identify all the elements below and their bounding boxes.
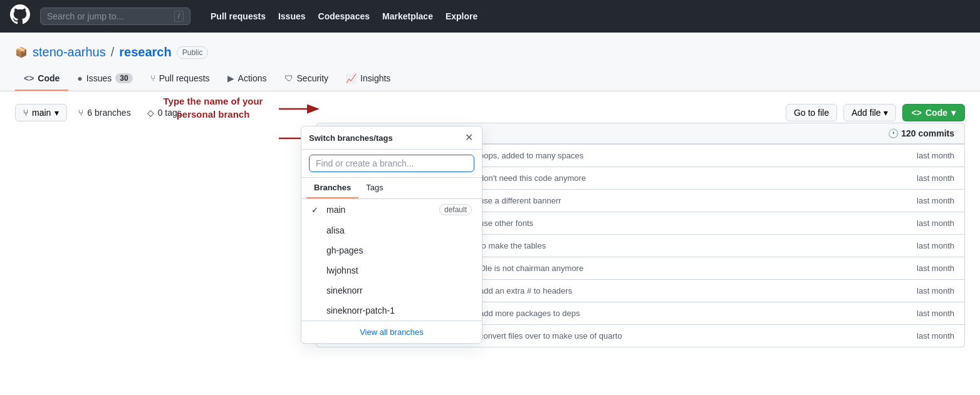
dropdown-tab-branches[interactable]: Branches bbox=[306, 178, 358, 198]
file-commit-message: oops, added to many spaces bbox=[479, 151, 909, 160]
branch-item-lwjohnst[interactable]: lwjohnst bbox=[301, 260, 482, 280]
branch-icon: ⑂ bbox=[23, 108, 28, 118]
branch-name-label: sineknorr-patch-1 bbox=[326, 305, 472, 315]
branch-item-sineknorr-patch-1[interactable]: sineknorr-patch-1 bbox=[301, 300, 482, 321]
repo-title-row: 📦 steno-aarhus / research Public bbox=[15, 40, 965, 67]
tab-issues[interactable]: ● Issues 30 bbox=[68, 67, 141, 91]
issues-badge: 30 bbox=[115, 73, 132, 83]
actions-icon: ▶ bbox=[227, 73, 234, 83]
code-button-label: Code bbox=[925, 108, 947, 118]
visibility-badge: Public bbox=[177, 46, 209, 59]
dropdown-title: Switch branches/tags bbox=[309, 133, 393, 143]
view-all-branches-link[interactable]: View all branches bbox=[301, 321, 482, 343]
add-file-chevron-icon: ▾ bbox=[884, 108, 888, 118]
branch-name-label: alisa bbox=[326, 225, 472, 235]
explore-nav-link[interactable]: Explore bbox=[440, 9, 482, 24]
branch-item-alisa[interactable]: alisa bbox=[301, 220, 482, 240]
marketplace-nav-link[interactable]: Marketplace bbox=[377, 9, 438, 24]
branch-selector-button[interactable]: ⑂ main ▾ bbox=[15, 104, 67, 121]
tab-actions-label: Actions bbox=[238, 73, 267, 83]
branch-item-gh-pages[interactable]: gh-pages bbox=[301, 240, 482, 260]
branch-name-label: main bbox=[326, 205, 434, 215]
chevron-down-icon: ▾ bbox=[55, 108, 59, 118]
tab-security-label: Security bbox=[297, 73, 329, 83]
insights-icon: 📈 bbox=[346, 73, 357, 83]
search-shortcut: / bbox=[174, 11, 184, 22]
top-nav-links: Pull requests Issues Codespaces Marketpl… bbox=[206, 9, 482, 24]
github-logo-icon[interactable] bbox=[10, 4, 30, 28]
main-content: Type the name of your personal branch ⑂ … bbox=[0, 91, 980, 360]
branch-name-label: gh-pages bbox=[326, 245, 472, 255]
file-time: last month bbox=[917, 331, 954, 341]
history-icon: 🕐 bbox=[888, 128, 899, 138]
tab-actions[interactable]: ▶ Actions bbox=[219, 67, 276, 91]
file-commit-message: Ole is not chairman anymore bbox=[479, 264, 909, 273]
file-commit-message: use other fonts bbox=[479, 218, 909, 228]
default-branch-badge: default bbox=[439, 204, 472, 215]
branches-count-link[interactable]: ⑂ 6 branches bbox=[73, 105, 135, 121]
tab-code[interactable]: <> Code bbox=[15, 67, 68, 91]
code-icon: <> bbox=[24, 73, 34, 83]
title-separator: / bbox=[111, 45, 115, 59]
commits-count-label: 120 commits bbox=[901, 128, 954, 138]
dropdown-search-area bbox=[301, 150, 482, 178]
top-navigation: / Pull requests Issues Codespaces Market… bbox=[0, 0, 980, 33]
org-link[interactable]: steno-aarhus bbox=[33, 45, 106, 59]
file-time: last month bbox=[917, 218, 954, 228]
code-dropdown-button[interactable]: <> Code ▾ bbox=[902, 104, 965, 121]
pull-requests-nav-link[interactable]: Pull requests bbox=[206, 9, 271, 24]
tab-pull-requests[interactable]: ⑂ Pull requests bbox=[142, 67, 219, 91]
file-time: last month bbox=[917, 173, 954, 183]
branches-icon: ⑂ bbox=[78, 108, 83, 118]
tab-pr-label: Pull requests bbox=[159, 73, 210, 83]
branch-item-main[interactable]: ✓ main default bbox=[301, 199, 482, 220]
tab-issues-label: Issues bbox=[86, 73, 112, 83]
security-icon: 🛡 bbox=[284, 73, 293, 83]
file-time: last month bbox=[917, 286, 954, 295]
codespaces-nav-link[interactable]: Codespaces bbox=[313, 9, 375, 24]
tab-security[interactable]: 🛡 Security bbox=[276, 67, 338, 91]
repo-name-link[interactable]: research bbox=[119, 45, 171, 59]
file-time: last month bbox=[917, 241, 954, 250]
file-time: last month bbox=[917, 196, 954, 205]
branch-dropdown: Switch branches/tags ✕ Branches Tags ✓ m… bbox=[301, 126, 482, 344]
repo-tabs: <> Code ● Issues 30 ⑂ Pull requests ▶ Ac… bbox=[15, 67, 965, 91]
repo-header: 📦 steno-aarhus / research Public <> Code… bbox=[0, 33, 980, 91]
search-box[interactable]: / bbox=[40, 8, 190, 25]
add-file-button[interactable]: Add file ▾ bbox=[843, 104, 896, 121]
branch-name-label: sineknorr bbox=[326, 285, 472, 295]
file-commit-message: to make the tables bbox=[479, 241, 909, 250]
file-time: last month bbox=[917, 309, 954, 318]
tab-insights-label: Insights bbox=[360, 73, 390, 83]
file-commit-message: don't need this code anymore bbox=[479, 173, 909, 183]
dropdown-close-button[interactable]: ✕ bbox=[464, 131, 474, 144]
file-commit-message: add more packages to deps bbox=[479, 309, 909, 318]
commit-count-link[interactable]: 🕐 120 commits bbox=[888, 128, 954, 138]
branch-check-icon: ✓ bbox=[311, 205, 321, 215]
file-time: last month bbox=[917, 151, 954, 160]
issues-icon: ● bbox=[77, 73, 82, 83]
branch-name-label: main bbox=[32, 108, 51, 118]
annotation-text: Type the name of your personal branch bbox=[150, 95, 276, 121]
file-commit-message: use a different bannerr bbox=[479, 196, 909, 205]
branch-search-input[interactable] bbox=[309, 155, 474, 172]
go-to-file-button[interactable]: Go to file bbox=[786, 104, 837, 121]
add-file-label: Add file bbox=[852, 108, 881, 118]
branch-item-sineknorr[interactable]: sineknorr bbox=[301, 280, 482, 300]
tab-code-label: Code bbox=[38, 73, 60, 83]
dropdown-header: Switch branches/tags ✕ bbox=[301, 126, 482, 150]
dropdown-tabs: Branches Tags bbox=[301, 178, 482, 199]
branches-count-label: 6 branches bbox=[87, 108, 130, 118]
tab-insights[interactable]: 📈 Insights bbox=[337, 67, 399, 91]
search-input[interactable] bbox=[47, 11, 174, 21]
branch-list: ✓ main default alisa gh-pages lwjohnst s… bbox=[301, 199, 482, 321]
code-angle-icon: <> bbox=[912, 108, 922, 118]
pr-icon: ⑂ bbox=[150, 73, 155, 83]
file-commit-message: add an extra # to headers bbox=[479, 286, 909, 295]
repo-icon: 📦 bbox=[15, 46, 28, 58]
branch-name-label: lwjohnst bbox=[326, 265, 472, 275]
dropdown-tab-tags[interactable]: Tags bbox=[358, 178, 390, 198]
file-time: last month bbox=[917, 264, 954, 273]
code-chevron-icon: ▾ bbox=[951, 108, 956, 118]
issues-nav-link[interactable]: Issues bbox=[273, 9, 311, 24]
